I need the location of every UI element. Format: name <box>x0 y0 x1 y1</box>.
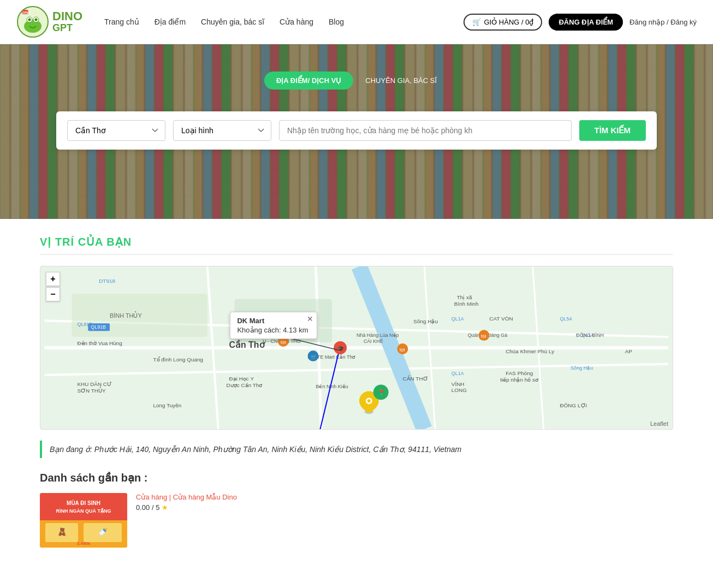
svg-text:ĐÔNG BÌNH: ĐÔNG BÌNH <box>576 332 604 338</box>
nearby-item: MÙA ĐI SINH RÌNH NGÀN QUÀ TẶNG 🧸 🍼 3.490… <box>40 493 673 548</box>
map-inner: BÌNH THỦY Cồn Khương Đền thờ Vua Hùng Tổ… <box>40 266 673 429</box>
register-place-button[interactable]: ĐĂNG ĐỊA ĐIỂM <box>549 14 623 31</box>
logo-dino: DINO <box>52 10 82 23</box>
popup-distance: Khoảng cách: 4.13 km <box>237 326 310 334</box>
main-nav: Trang chủ Địa điểm Chuyên gia, bác sĩ Cử… <box>104 17 464 26</box>
svg-text:QL1A: QL1A <box>451 316 464 322</box>
svg-text:CAT VÒN: CAT VÒN <box>489 316 513 322</box>
svg-text:FAS Phòng: FAS Phòng <box>506 370 533 376</box>
popup-close-button[interactable]: ✕ <box>307 314 313 323</box>
svg-text:Cần Thơ: Cần Thơ <box>229 340 265 349</box>
svg-text:🍽: 🍽 <box>281 340 286 345</box>
hero-banner: ĐỊA ĐIỂM/ DỊCH VỤ CHUYÊN GIA, BÁC SĨ Cần… <box>0 44 713 219</box>
svg-point-1 <box>24 20 41 33</box>
svg-text:LONG: LONG <box>451 387 467 393</box>
svg-text:Đại Học Y: Đại Học Y <box>229 376 254 382</box>
logo: DINO DINO GPT <box>16 5 82 38</box>
cart-button[interactable]: 🛒 GIỎ HÀNG / 0₫ <box>464 14 543 31</box>
svg-text:Đền thờ Vua Hùng: Đền thờ Vua Hùng <box>77 340 122 346</box>
nearby-item-info: Cửa hàng | Cửa hàng Mẫu Dino 0.00 / 5 ★ <box>136 493 673 512</box>
nav-cua-hang[interactable]: Cửa hàng <box>280 17 313 26</box>
svg-text:🍼: 🍼 <box>98 527 108 537</box>
nearby-item-rating: 0.00 / 5 ★ <box>136 503 673 512</box>
main-content: VỊ TRÍ CỦA BẠN <box>29 219 684 564</box>
svg-text:🍽: 🍽 <box>481 334 486 339</box>
nav-dia-diem[interactable]: Địa điểm <box>155 17 186 26</box>
svg-text:DT918: DT918 <box>99 278 115 284</box>
search-input[interactable] <box>279 120 572 141</box>
nearby-item-image: MÙA ĐI SINH RÌNH NGÀN QUÀ TẶNG 🧸 🍼 3.490… <box>40 493 127 548</box>
svg-text:QL91B: QL91B <box>91 324 106 330</box>
svg-text:CÁI KHÊ: CÁI KHÊ <box>364 338 383 344</box>
svg-text:QL1A: QL1A <box>451 371 464 376</box>
svg-text:QL54: QL54 <box>560 316 572 322</box>
dino-logo-icon: DINO <box>16 5 49 38</box>
nav-chuyen-gia[interactable]: Chuyên gia, bác sĩ <box>201 17 264 26</box>
svg-text:RÌNH NGÀN QUÀ TẶNG: RÌNH NGÀN QUÀ TẶNG <box>56 508 111 514</box>
svg-text:Tổ đình Long Quang: Tổ đình Long Quang <box>153 357 204 363</box>
header: DINO DINO GPT Trang chủ Địa điểm Chuyên … <box>0 0 713 44</box>
svg-text:MÙA ĐI SINH: MÙA ĐI SINH <box>67 500 100 506</box>
svg-text:Sông Hậu: Sông Hậu <box>571 365 593 371</box>
map-svg: BÌNH THỦY Cồn Khương Đền thờ Vua Hùng Tổ… <box>40 266 673 429</box>
svg-text:🧸: 🧸 <box>57 527 67 537</box>
svg-text:🎓: 🎓 <box>337 345 344 352</box>
svg-text:Bến Ninh Kiều: Bến Ninh Kiều <box>316 384 348 390</box>
svg-text:3.490k: 3.490k <box>77 541 91 546</box>
location-section-title: VỊ TRÍ CỦA BẠN <box>40 235 673 248</box>
logo-text: DINO GPT <box>52 10 82 34</box>
popup-title: DK Mart <box>237 317 310 325</box>
svg-text:Bình Minh: Bình Minh <box>454 301 479 307</box>
svg-text:CẦN THƠ: CẦN THƠ <box>402 375 427 382</box>
location-text-box: Bạn đang ở: Phước Hải, 140, Nguyễn An Ni… <box>40 441 673 458</box>
svg-rect-75 <box>40 493 127 520</box>
map-controls: + − <box>46 272 60 301</box>
nearby-item-category: Cửa hàng | Cửa hàng Mẫu Dino <box>136 493 673 501</box>
svg-text:tiếp nhận hồ sơ: tiếp nhận hồ sơ <box>500 377 539 383</box>
svg-text:Dược Cần Thơ: Dược Cần Thơ <box>227 382 263 388</box>
svg-point-5 <box>35 19 38 21</box>
svg-text:KHU DÂN CƯ: KHU DÂN CƯ <box>77 381 112 387</box>
cart-icon: 🛒 <box>472 18 481 26</box>
svg-text:DINO: DINO <box>22 11 31 14</box>
nearby-title: Danh sách gần bạn : <box>40 471 673 484</box>
svg-text:Long Tuyên: Long Tuyên <box>153 402 182 408</box>
map-container: BÌNH THỦY Cồn Khương Đền thờ Vua Hùng Tổ… <box>40 266 673 430</box>
cart-label: GIỎ HÀNG / 0₫ <box>484 18 534 26</box>
svg-text:Thị xã: Thị xã <box>457 294 472 300</box>
svg-point-4 <box>28 19 31 21</box>
zoom-out-button[interactable]: − <box>46 287 60 301</box>
search-bar: Cần Thơ Hà Nội TP.HCM Đà Nẵng Loại hình … <box>56 111 657 150</box>
search-button[interactable]: TÌM KIẾM <box>579 120 646 141</box>
leaflet-credit: Leaflet <box>650 420 668 427</box>
svg-text:🛒: 🛒 <box>311 354 317 360</box>
nav-trang-chu[interactable]: Trang chủ <box>104 17 139 26</box>
svg-text:AP: AP <box>625 348 633 354</box>
login-link[interactable]: Đăng nhập / Đăng ký <box>629 18 697 26</box>
svg-text:SƠN THỦY: SƠN THỦY <box>77 387 106 394</box>
nav-blog[interactable]: Blog <box>329 17 344 26</box>
svg-text:ĐÔNG LỢI: ĐÔNG LỢI <box>560 402 587 408</box>
tab-chuyen-gia[interactable]: CHUYÊN GIA, BÁC SĨ <box>353 72 449 90</box>
logo-gpt: GPT <box>52 23 82 34</box>
svg-text:🍽: 🍽 <box>400 347 405 353</box>
section-divider <box>40 254 673 255</box>
tab-dia-diem[interactable]: ĐỊA ĐIỂM/ DỊCH VỤ <box>264 72 353 90</box>
svg-text:VĨNH: VĨNH <box>451 381 465 387</box>
zoom-in-button[interactable]: + <box>46 272 60 286</box>
city-select[interactable]: Cần Thơ Hà Nội TP.HCM Đà Nẵng <box>67 120 165 141</box>
svg-text:Sông Hậu: Sông Hậu <box>413 318 438 324</box>
header-right: 🛒 GIỎ HÀNG / 0₫ ĐĂNG ĐỊA ĐIỂM Đăng nhập … <box>464 14 697 31</box>
svg-text:📍: 📍 <box>378 389 385 396</box>
svg-text:Nhà Hàng Lúa Nếp: Nhà Hàng Lúa Nếp <box>356 332 399 338</box>
location-text: Bạn đang ở: Phước Hải, 140, Nguyễn An Ni… <box>50 445 461 454</box>
map-popup: ✕ DK Mart Khoảng cách: 4.13 km <box>230 312 317 339</box>
svg-text:BÌNH THỦY: BÌNH THỦY <box>110 311 142 319</box>
svg-text:Chùa Khmer Phú Ly: Chùa Khmer Phú Ly <box>506 348 554 354</box>
star-icon: ★ <box>162 503 168 512</box>
svg-point-70 <box>367 399 371 402</box>
hero-tabs: ĐỊA ĐIỂM/ DỊCH VỤ CHUYÊN GIA, BÁC SĨ <box>264 72 449 90</box>
type-select[interactable]: Loại hình Trường học Cửa hàng Phòng khám <box>173 120 271 141</box>
